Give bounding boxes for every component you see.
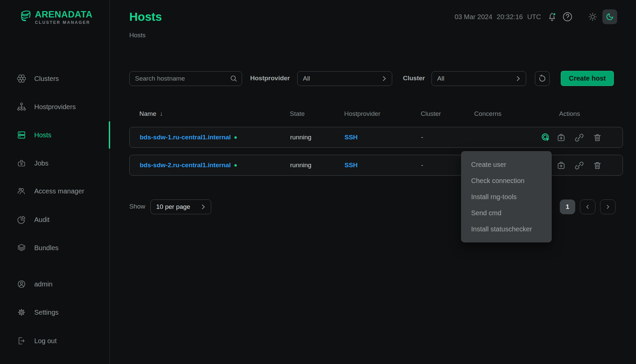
host-cluster: -	[421, 127, 423, 147]
run-action-icon	[541, 133, 553, 143]
sidebar-item-label: Log out	[34, 337, 57, 345]
bell-icon	[546, 11, 558, 23]
column-header-name[interactable]: Name ↓	[139, 110, 163, 118]
dark-theme-button[interactable]	[602, 9, 617, 24]
create-host-button[interactable]: Create host	[561, 71, 614, 86]
sidebar-item-label: Clusters	[34, 75, 59, 83]
chevron-right-icon	[514, 75, 522, 82]
database-stack-icon	[19, 9, 33, 24]
per-page-select[interactable]: 10 per page	[150, 199, 211, 214]
jobs-icon	[17, 158, 26, 168]
delete-host-button[interactable]	[592, 160, 604, 172]
run-action-button[interactable]	[541, 132, 553, 144]
link-icon	[574, 161, 586, 171]
menu-item-install-statuschecker[interactable]: Install statuschecker	[461, 221, 552, 237]
sidebar-item-jobs[interactable]: Jobs	[0, 155, 110, 171]
search-hostname-input[interactable]	[129, 71, 242, 86]
sidebar-item-label: Bundles	[34, 244, 58, 252]
topbar: 03 Mar 2024 20:32:16 UTC	[455, 9, 617, 25]
sidebar-item-label: Hosts	[34, 131, 51, 139]
bundles-icon	[17, 243, 26, 253]
notifications-button[interactable]	[546, 11, 558, 23]
sidebar-item-logout[interactable]: Log out	[0, 333, 110, 349]
breadcrumb[interactable]: Hosts	[129, 32, 146, 39]
hostprovider-filter-select[interactable]: All	[297, 71, 392, 86]
menu-item-create-user[interactable]: Create user	[461, 156, 552, 173]
sidebar-item-access-manager[interactable]: Access manager	[0, 183, 110, 199]
cluster-filter-value: All	[437, 75, 444, 82]
clock: 03 Mar 2024 20:32:16 UTC	[455, 13, 541, 21]
hostprovider-filter-label: Hostprovider	[250, 75, 290, 82]
next-page-button[interactable]	[600, 199, 616, 214]
column-header-state: State	[290, 110, 305, 118]
sidebar-item-settings[interactable]: Settings	[0, 304, 110, 320]
brand-subtitle: CLUSTER MANAGER	[35, 20, 92, 25]
refresh-icon	[538, 74, 547, 83]
sidebar-item-admin[interactable]: admin	[0, 276, 110, 292]
page-title: Hosts	[129, 10, 162, 24]
host-state: running	[290, 127, 311, 147]
maintenance-case-plus-icon	[556, 161, 568, 171]
column-header-cluster: Cluster	[421, 110, 441, 118]
active-indicator-bar	[109, 121, 110, 149]
sidebar-item-label: Settings	[34, 309, 58, 316]
hosts-icon	[17, 130, 26, 140]
arenadata-cluster-manager-app: ARENADATA CLUSTER MANAGER Clusters Hostp…	[0, 0, 636, 364]
sidebar-item-hosts[interactable]: Hosts	[0, 127, 110, 143]
menu-item-install-rng-tools[interactable]: Install rng-tools	[461, 189, 552, 205]
logout-icon	[17, 336, 26, 346]
column-header-hostprovider: Hostprovider	[344, 110, 380, 118]
sidebar-item-label: admin	[34, 280, 52, 288]
brand-name: ARENADATA	[35, 9, 92, 19]
link-icon	[574, 133, 586, 143]
menu-item-check-connection[interactable]: Check connection	[461, 173, 552, 189]
chevron-right-icon	[380, 75, 388, 82]
host-state: running	[290, 155, 311, 175]
host-name-link[interactable]: bds-sdw-2.ru-central1.internal	[140, 162, 231, 169]
run-action-context-menu: Create user Check connection Install rng…	[461, 151, 552, 242]
refresh-button[interactable]	[535, 71, 550, 86]
sidebar-item-hostproviders[interactable]: Hostproviders	[0, 99, 110, 115]
per-page-value: 10 per page	[156, 203, 190, 211]
sidebar-item-bundles[interactable]: Bundles	[0, 240, 110, 256]
gear-icon	[17, 308, 26, 317]
page-number-button[interactable]: 1	[560, 199, 575, 214]
link-host-button[interactable]	[574, 160, 586, 172]
sidebar: ARENADATA CLUSTER MANAGER Clusters Hostp…	[0, 0, 110, 364]
cluster-filter-select[interactable]: All	[431, 71, 526, 86]
table-row: bds-sdw-1.ru-central1.internal running S…	[129, 127, 623, 148]
clock-timezone: UTC	[527, 13, 541, 21]
help-button[interactable]	[561, 11, 574, 23]
cluster-filter-label: Cluster	[403, 75, 425, 82]
sidebar-item-clusters[interactable]: Clusters	[0, 71, 110, 87]
access-manager-icon	[17, 186, 26, 196]
light-theme-button[interactable]	[588, 12, 598, 22]
sidebar-item-label: Audit	[34, 216, 50, 224]
sidebar-item-label: Access manager	[34, 187, 84, 195]
maintenance-case-plus-icon	[556, 133, 568, 143]
clock-date: 03 Mar 2024	[455, 13, 492, 21]
sidebar-item-label: Jobs	[34, 160, 48, 167]
delete-host-button[interactable]	[592, 132, 604, 144]
menu-item-send-cmd[interactable]: Send cmd	[461, 205, 552, 221]
host-name-link[interactable]: bds-sdw-1.ru-central1.internal	[140, 134, 231, 141]
maintenance-mode-button[interactable]	[556, 160, 568, 172]
status-dot-icon	[234, 136, 237, 139]
status-dot-icon	[234, 164, 237, 167]
sort-desc-icon: ↓	[160, 110, 163, 118]
host-cluster: -	[421, 155, 423, 175]
hostprovider-filter-value: All	[303, 75, 310, 82]
hostprovider-link[interactable]: SSH	[345, 134, 358, 141]
hostprovider-link[interactable]: SSH	[345, 162, 358, 169]
hostproviders-icon	[17, 102, 26, 111]
maintenance-mode-button[interactable]	[556, 132, 568, 144]
link-host-button[interactable]	[574, 132, 586, 144]
brand-logo: ARENADATA CLUSTER MANAGER	[19, 9, 92, 25]
sidebar-item-audit[interactable]: Audit	[0, 212, 110, 228]
trash-icon	[592, 161, 604, 171]
chevron-left-icon	[585, 204, 591, 210]
previous-page-button[interactable]	[580, 199, 595, 214]
column-header-actions: Actions	[559, 110, 580, 118]
show-label: Show	[129, 203, 145, 210]
clusters-icon	[17, 74, 26, 83]
